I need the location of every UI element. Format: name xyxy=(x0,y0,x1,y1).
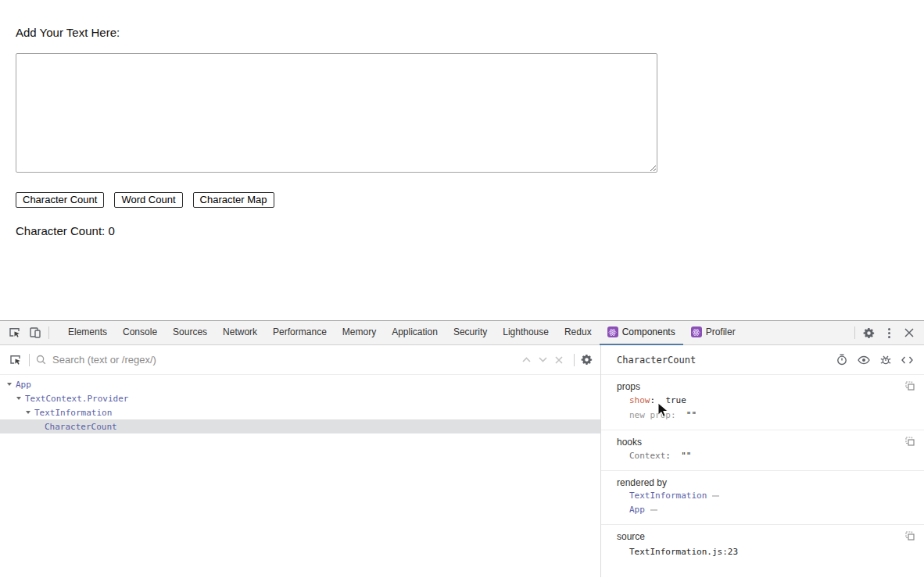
owner-dash-icon xyxy=(712,495,719,497)
character-count-result: Character Count: 0 xyxy=(16,224,115,237)
chevron-down-icon[interactable] xyxy=(16,397,21,400)
prop-value-show[interactable]: true xyxy=(665,395,686,405)
devtools-tabbar-controls xyxy=(851,323,919,343)
more-options-kebab-icon[interactable] xyxy=(879,323,899,343)
page-heading: Add Your Text Here: xyxy=(16,26,120,39)
prop-row-show[interactable]: show: true xyxy=(617,393,915,408)
copy-icon[interactable] xyxy=(905,531,915,541)
tab-profiler[interactable]: Profiler xyxy=(683,321,743,345)
inspect-element-icon[interactable] xyxy=(5,323,25,343)
props-section: props show: true new prop: "" xyxy=(601,375,924,430)
tab-elements[interactable]: Elements xyxy=(60,321,115,345)
hook-value-context[interactable]: "" xyxy=(681,451,691,461)
tab-application[interactable]: Application xyxy=(384,321,446,345)
character-map-button[interactable]: Character Map xyxy=(193,192,274,208)
tree-row-charactercount[interactable]: CharacterCount xyxy=(0,419,600,434)
divider xyxy=(29,354,30,366)
copy-icon[interactable] xyxy=(905,437,915,446)
close-devtools-icon[interactable] xyxy=(899,323,919,343)
devtools-tabs: Elements Console Sources Network Perform… xyxy=(60,321,851,345)
component-search-input[interactable] xyxy=(52,354,518,366)
clear-search-icon[interactable] xyxy=(555,356,563,364)
tab-network[interactable]: Network xyxy=(215,321,265,345)
divider xyxy=(854,326,855,339)
devtools-body: App TextContext.Provider TextInformation… xyxy=(0,345,924,577)
tab-sources[interactable]: Sources xyxy=(165,321,215,345)
source-location: TextInformation.js:23 xyxy=(617,544,915,559)
divider xyxy=(48,326,49,339)
details-header: CharacterCount xyxy=(601,345,924,375)
tab-redux[interactable]: Redux xyxy=(557,321,600,345)
rendered-by-section: rendered by TextInformation App xyxy=(601,471,924,525)
device-toolbar-icon[interactable] xyxy=(25,323,45,343)
suspend-stopwatch-icon[interactable] xyxy=(836,354,847,366)
owner-textinformation[interactable]: TextInformation xyxy=(617,489,915,503)
button-row: Character Count Word Count Character Map xyxy=(16,192,274,208)
tree-row-textcontext-provider[interactable]: TextContext.Provider xyxy=(0,391,600,405)
text-input-area[interactable] xyxy=(16,53,657,173)
devtools-panel: Elements Console Sources Network Perform… xyxy=(0,320,924,578)
tree-settings-gear-icon[interactable] xyxy=(581,354,593,366)
details-header-icons xyxy=(836,354,913,366)
next-result-icon[interactable] xyxy=(539,357,547,362)
prop-row-new-prop[interactable]: new prop: "" xyxy=(617,408,915,423)
tree-row-app[interactable]: App xyxy=(0,377,600,391)
search-icon xyxy=(36,355,46,365)
react-icon xyxy=(691,326,702,337)
devtools-tabbar: Elements Console Sources Network Perform… xyxy=(0,321,924,345)
tree-row-textinformation[interactable]: TextInformation xyxy=(0,405,600,419)
hook-row-context[interactable]: Context: "" xyxy=(617,448,915,463)
selected-component-title: CharacterCount xyxy=(617,355,836,366)
owner-app[interactable]: App xyxy=(617,503,915,517)
source-section: source TextInformation.js:23 xyxy=(601,525,924,566)
divider xyxy=(574,354,575,366)
components-search-row xyxy=(0,345,600,375)
rendered-by-section-title: rendered by xyxy=(617,477,915,489)
chevron-down-icon[interactable] xyxy=(7,383,12,386)
props-section-title: props xyxy=(617,381,915,393)
hooks-section-title: hooks xyxy=(617,437,915,448)
components-tree-pane: App TextContext.Provider TextInformation… xyxy=(0,345,601,577)
previous-result-icon[interactable] xyxy=(522,357,531,362)
select-component-inspect-icon[interactable] xyxy=(9,354,23,366)
inspect-dom-eye-icon[interactable] xyxy=(858,355,870,365)
component-details-pane: CharacterCount xyxy=(601,345,924,577)
tab-components[interactable]: Components xyxy=(600,321,683,345)
settings-gear-icon[interactable] xyxy=(858,323,879,343)
debug-bug-icon[interactable] xyxy=(880,355,891,366)
tab-memory[interactable]: Memory xyxy=(335,321,384,345)
tab-console[interactable]: Console xyxy=(115,321,165,345)
react-icon xyxy=(607,326,618,337)
character-count-button[interactable]: Character Count xyxy=(16,192,104,208)
copy-icon[interactable] xyxy=(905,381,915,391)
tab-lighthouse[interactable]: Lighthouse xyxy=(495,321,557,345)
component-tree: App TextContext.Provider TextInformation… xyxy=(0,375,600,577)
source-section-title: source xyxy=(617,531,915,543)
word-count-button[interactable]: Word Count xyxy=(114,192,182,208)
hooks-section: hooks Context: "" xyxy=(601,430,924,471)
view-source-code-icon[interactable] xyxy=(901,356,913,364)
prop-value-new[interactable]: "" xyxy=(686,410,697,420)
owner-dash-icon xyxy=(650,509,657,511)
chevron-down-icon[interactable] xyxy=(26,411,30,414)
tab-performance[interactable]: Performance xyxy=(265,321,335,345)
tab-security[interactable]: Security xyxy=(446,321,495,345)
app-page: Add Your Text Here: Character Count Word… xyxy=(0,0,924,320)
search-nav-icons xyxy=(522,356,563,364)
